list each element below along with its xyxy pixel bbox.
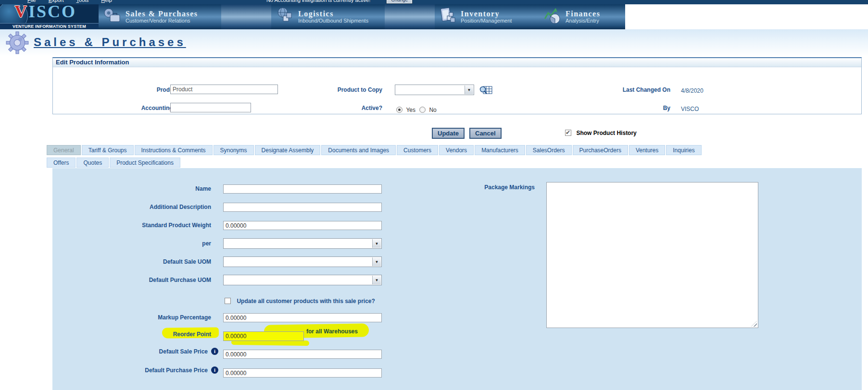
reorder-point-input[interactable]	[223, 331, 304, 341]
default-purchase-price-label: Default Purchase Price	[145, 367, 208, 374]
standard-product-weight-label: Standard Product Weight	[52, 222, 211, 229]
show-product-history-label: Show Product History	[576, 130, 636, 136]
main-nav-band: VISCO VENTURE INFORMATION SYSTEM Sales &…	[0, 4, 625, 29]
menu-file[interactable]: File	[27, 0, 36, 3]
by-label: By	[572, 105, 670, 111]
edit-product-panel: Edit Product Information Product Id Acco…	[52, 57, 862, 114]
nav-tile-subtitle: Analysis/Entry	[566, 18, 600, 24]
chart-pie-icon	[543, 6, 563, 27]
chevron-down-icon[interactable]: ▼	[372, 257, 381, 266]
gear-icon	[6, 31, 29, 56]
reorder-point-label: Reorder Point	[52, 331, 211, 338]
last-changed-on-label: Last Changed On	[572, 86, 670, 93]
tab-manufacturers[interactable]: Manufacturers	[475, 145, 525, 155]
visco-app-window: File Export Tools Help No Accounting int…	[0, 0, 868, 390]
default-sale-price-input[interactable]	[223, 350, 382, 359]
tab-vendors[interactable]: Vendors	[439, 145, 474, 155]
update-button[interactable]: Update	[432, 128, 465, 139]
per-select[interactable]: ▼	[223, 238, 382, 249]
tab-salesorders[interactable]: SalesOrders	[526, 145, 572, 155]
accounting-status-message: No Accounting integration is currently a…	[266, 0, 370, 3]
nav-tile-subtitle: Customer/Vendor Relations	[126, 18, 198, 24]
menu-help[interactable]: Help	[101, 0, 112, 3]
accounting-change-button[interactable]: Change	[387, 0, 412, 3]
default-sale-uom-select[interactable]: ▼	[223, 256, 382, 267]
tab-synonyms[interactable]: Synonyms	[214, 145, 254, 155]
tab-inquiries[interactable]: Inquiries	[666, 145, 701, 155]
show-product-history-checkbox[interactable]: Show Product History	[565, 128, 637, 137]
nav-tile-subtitle: Inbound/Outbound Shipments	[298, 18, 368, 24]
tab-customers[interactable]: Customers	[397, 145, 438, 155]
tab-product-specifications[interactable]: Product Specifications	[110, 158, 180, 168]
radio-no[interactable]	[419, 107, 426, 113]
standard-product-weight-input[interactable]	[223, 221, 382, 230]
chevron-down-icon[interactable]: ▼	[372, 239, 381, 248]
cancel-button[interactable]: Cancel	[469, 128, 502, 139]
nav-tile-title: Finances	[566, 10, 600, 18]
nav-tile-title: Inventory	[461, 10, 512, 18]
active-yes-radio[interactable]: Yes	[396, 105, 415, 114]
brand-tagline: VENTURE INFORMATION SYSTEM	[0, 23, 99, 29]
product-id-input[interactable]	[170, 85, 278, 94]
tab-tariff-groups[interactable]: Tariff & Groups	[82, 145, 134, 155]
nav-tile-inventory[interactable]: Inventory Position/Management	[435, 4, 540, 29]
additional-description-input[interactable]	[223, 203, 382, 212]
tab-ventures[interactable]: Ventures	[629, 145, 665, 155]
clipboard-boxes-icon	[439, 6, 458, 27]
active-no-radio[interactable]: No	[419, 105, 437, 114]
default-sale-uom-label: Default Sale UOM	[52, 258, 211, 265]
tab-quotes[interactable]: Quotes	[76, 158, 109, 168]
default-purchase-price-input[interactable]	[223, 368, 382, 378]
checkbox-icon[interactable]	[565, 130, 571, 136]
info-icon[interactable]: i	[211, 366, 218, 374]
package-markings-label: Package Markings	[376, 184, 535, 191]
tab-general[interactable]: General	[47, 145, 81, 155]
update-all-customer-products-checkbox[interactable]: Update all customer products with this s…	[225, 296, 375, 305]
tab-designate-assembly[interactable]: Designate Assembly	[255, 145, 321, 155]
nav-tile-sales-purchases[interactable]: Sales & Purchases Customer/Vendor Relati…	[99, 4, 221, 29]
markup-percentage-input[interactable]	[223, 313, 382, 322]
nav-tile-title: Logistics	[298, 10, 368, 18]
radio-yes[interactable]	[396, 107, 403, 113]
visco-logo[interactable]: VISCO VENTURE INFORMATION SYSTEM	[0, 4, 99, 29]
for-all-warehouses-note: for all Warehouses	[306, 328, 358, 335]
tab-instructions-comments[interactable]: Instructions & Comments	[135, 145, 213, 155]
default-purchase-uom-select[interactable]: ▼	[223, 275, 382, 285]
nav-tile-subtitle: Position/Management	[461, 18, 512, 24]
product-to-copy-select[interactable]: ▼	[395, 85, 474, 95]
package-markings-textarea[interactable]	[546, 182, 758, 328]
default-sale-price-label-group: Default Sale Price i	[52, 348, 218, 355]
update-all-customer-products-label: Update all customer products with this s…	[237, 298, 375, 305]
menu-tools[interactable]: Tools	[76, 0, 89, 3]
chevron-down-icon[interactable]: ▼	[465, 85, 473, 94]
tab-offers[interactable]: Offers	[47, 158, 75, 168]
by-value: VISCO	[681, 106, 699, 112]
panel-title: Edit Product Information	[53, 58, 861, 67]
name-label: Name	[52, 185, 211, 192]
menu-export[interactable]: Export	[49, 0, 64, 3]
checkbox-icon[interactable]	[225, 298, 231, 304]
additional-description-label: Additional Description	[52, 204, 211, 210]
info-icon[interactable]: i	[211, 348, 218, 355]
tab-row-1: General Tariff & Groups Instructions & C…	[47, 145, 702, 155]
tab-row-2: Offers Quotes Product Specifications	[47, 158, 180, 168]
accounting-key-label: Accounting Key	[82, 105, 185, 111]
product-lookup-icon[interactable]	[479, 85, 492, 97]
default-purchase-price-label-group: Default Purchase Price i	[52, 366, 218, 374]
default-purchase-uom-label: Default Purchase UOM	[52, 277, 211, 283]
name-input[interactable]	[223, 184, 382, 194]
product-id-label: Product Id	[82, 86, 185, 93]
nav-tile-finances[interactable]: Finances Analysis/Entry	[540, 4, 625, 29]
accounting-key-input[interactable]	[170, 103, 251, 112]
globe-boxes-icon	[275, 6, 295, 27]
nav-tile-logistics[interactable]: Logistics Inbound/Outbound Shipments	[271, 4, 385, 29]
tab-purchaseorders[interactable]: PurchaseOrders	[573, 145, 628, 155]
product-to-copy-label: Product to Copy	[284, 86, 382, 93]
general-tab-content: Name Additional Description Standard Pro…	[52, 168, 862, 390]
tab-documents-images[interactable]: Documents and Images	[321, 145, 396, 155]
active-label: Active?	[284, 105, 382, 111]
chevron-down-icon[interactable]: ▼	[372, 276, 381, 284]
last-changed-on-value: 4/8/2020	[681, 87, 704, 94]
brand-name: VISCO	[14, 4, 76, 22]
default-sale-price-label: Default Sale Price	[159, 348, 208, 355]
